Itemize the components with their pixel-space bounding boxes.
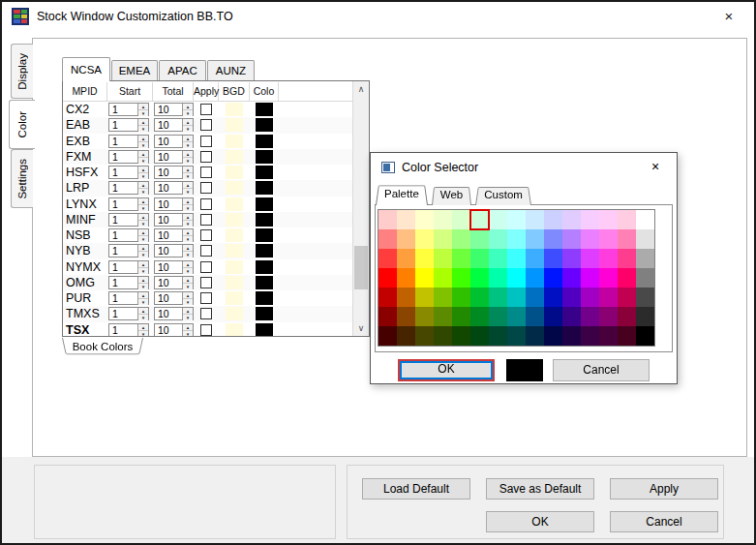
- bgd-swatch[interactable]: [226, 181, 243, 195]
- color-swatch[interactable]: [256, 307, 273, 320]
- palette-cell[interactable]: [618, 307, 636, 326]
- tab-palette[interactable]: Palette: [376, 183, 428, 205]
- palette-cell[interactable]: [636, 210, 654, 229]
- close-icon[interactable]: ×: [715, 6, 742, 27]
- tab-book-colors[interactable]: Book Colors: [62, 338, 143, 356]
- palette-cell[interactable]: [581, 326, 599, 346]
- spinner-up-icon[interactable]: ▴: [183, 104, 193, 110]
- ok-button[interactable]: OK: [486, 511, 594, 532]
- palette-cell[interactable]: [544, 210, 562, 229]
- palette-cell[interactable]: [434, 326, 452, 346]
- palette-cell[interactable]: [415, 326, 434, 346]
- palette-cell[interactable]: [562, 268, 581, 288]
- palette-cell[interactable]: [599, 326, 618, 346]
- palette-cell[interactable]: [397, 288, 415, 307]
- palette-cell[interactable]: [544, 268, 562, 288]
- total-spinner[interactable]: 10▴▾: [154, 135, 194, 148]
- palette-cell[interactable]: [452, 229, 470, 249]
- palette-cell[interactable]: [415, 229, 434, 249]
- spinner-down-icon[interactable]: ▾: [183, 142, 193, 148]
- bgd-swatch[interactable]: [226, 103, 243, 116]
- palette-cell[interactable]: [618, 210, 636, 229]
- spinner-down-icon[interactable]: ▾: [138, 315, 148, 320]
- palette-cell[interactable]: [599, 229, 618, 249]
- apply-checkbox[interactable]: [200, 308, 212, 319]
- color-swatch[interactable]: [256, 291, 273, 305]
- palette-cell[interactable]: [618, 326, 636, 346]
- total-spinner[interactable]: 10▴▾: [154, 244, 194, 257]
- palette-cell[interactable]: [636, 326, 654, 346]
- dialog-ok-button[interactable]: OK: [398, 359, 495, 381]
- tab-color[interactable]: Color: [9, 100, 35, 149]
- palette-cell[interactable]: [470, 268, 489, 288]
- color-swatch[interactable]: [256, 197, 273, 211]
- palette-cell[interactable]: [489, 268, 507, 288]
- scroll-up-icon[interactable]: ∧: [353, 81, 369, 97]
- scroll-down-icon[interactable]: ∨: [353, 320, 369, 336]
- palette-cell[interactable]: [415, 249, 434, 268]
- palette-cell[interactable]: [636, 288, 654, 307]
- start-spinner[interactable]: 1▴▾: [108, 307, 149, 320]
- total-spinner[interactable]: 10▴▾: [154, 276, 194, 289]
- palette-cell[interactable]: [544, 307, 562, 326]
- palette-cell[interactable]: [434, 249, 452, 268]
- palette-cell[interactable]: [434, 268, 452, 288]
- apply-checkbox[interactable]: [200, 182, 212, 194]
- spinner-up-icon[interactable]: ▴: [183, 308, 193, 315]
- palette-cell[interactable]: [526, 307, 544, 326]
- tab-custom[interactable]: Custom: [475, 185, 531, 205]
- start-spinner[interactable]: 1▴▾: [108, 135, 149, 148]
- start-spinner[interactable]: 1▴▾: [108, 181, 149, 195]
- color-swatch[interactable]: [256, 166, 273, 179]
- spinner-up-icon[interactable]: ▴: [138, 151, 148, 158]
- tab-display[interactable]: Display: [11, 44, 33, 99]
- spinner-down-icon[interactable]: ▾: [183, 331, 193, 336]
- spinner-down-icon[interactable]: ▾: [138, 126, 148, 132]
- palette-cell[interactable]: [618, 229, 636, 249]
- spinner-up-icon[interactable]: ▴: [138, 261, 148, 268]
- palette-cell[interactable]: [470, 288, 489, 307]
- total-spinner[interactable]: 10▴▾: [154, 213, 194, 227]
- palette-cell[interactable]: [489, 249, 507, 268]
- spinner-down-icon[interactable]: ▾: [138, 331, 148, 336]
- palette-cell[interactable]: [378, 326, 397, 346]
- spinner-down-icon[interactable]: ▾: [138, 236, 148, 242]
- palette-cell[interactable]: [526, 268, 544, 288]
- palette-cell[interactable]: [452, 210, 470, 229]
- start-spinner[interactable]: 1▴▾: [108, 166, 149, 179]
- color-swatch[interactable]: [256, 276, 273, 289]
- palette-cell[interactable]: [599, 288, 618, 307]
- spinner-down-icon[interactable]: ▾: [183, 158, 193, 164]
- color-swatch[interactable]: [256, 244, 273, 257]
- color-swatch[interactable]: [256, 260, 273, 274]
- spinner-down-icon[interactable]: ▾: [183, 252, 193, 257]
- palette-cell[interactable]: [434, 288, 452, 307]
- palette-cell[interactable]: [378, 268, 397, 288]
- palette-cell[interactable]: [452, 307, 470, 326]
- start-spinner[interactable]: 1▴▾: [108, 228, 149, 242]
- palette-cell[interactable]: [636, 268, 654, 288]
- palette-cell[interactable]: [581, 307, 599, 326]
- palette-cell[interactable]: [489, 307, 507, 326]
- palette-cell[interactable]: [581, 268, 599, 288]
- palette-cell[interactable]: [489, 229, 507, 249]
- palette-cell[interactable]: [636, 307, 654, 326]
- palette-cell[interactable]: [581, 249, 599, 268]
- total-spinner[interactable]: 10▴▾: [154, 323, 194, 336]
- palette-cell[interactable]: [599, 307, 618, 326]
- palette-cell[interactable]: [618, 268, 636, 288]
- palette-cell[interactable]: [599, 249, 618, 268]
- palette-cell[interactable]: [470, 210, 489, 229]
- spinner-up-icon[interactable]: ▴: [138, 104, 148, 110]
- palette-cell[interactable]: [562, 249, 581, 268]
- apply-checkbox[interactable]: [200, 119, 212, 131]
- spinner-up-icon[interactable]: ▴: [138, 229, 148, 236]
- bgd-swatch[interactable]: [226, 150, 243, 164]
- spinner-down-icon[interactable]: ▾: [183, 268, 193, 274]
- spinner-up-icon[interactable]: ▴: [183, 245, 193, 252]
- spinner-up-icon[interactable]: ▴: [138, 198, 148, 205]
- palette-cell[interactable]: [562, 229, 581, 249]
- palette-cell[interactable]: [470, 249, 489, 268]
- dialog-close-icon[interactable]: ×: [644, 157, 667, 176]
- spinner-down-icon[interactable]: ▾: [138, 158, 148, 164]
